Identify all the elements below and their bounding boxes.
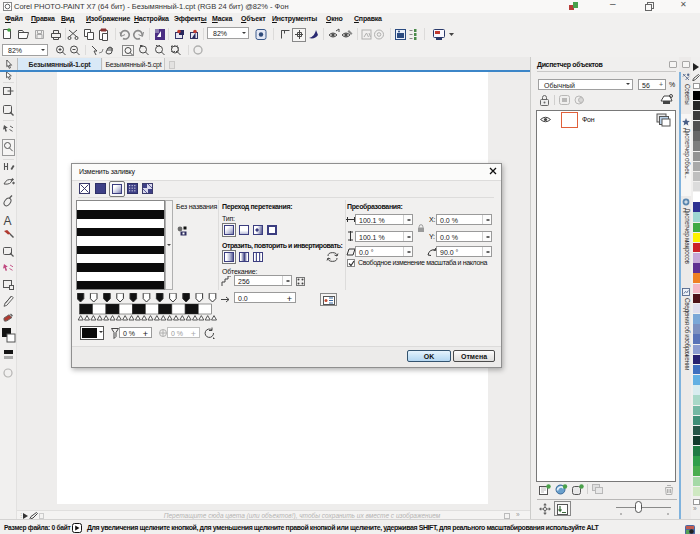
svg-text:A: A [4,214,12,228]
